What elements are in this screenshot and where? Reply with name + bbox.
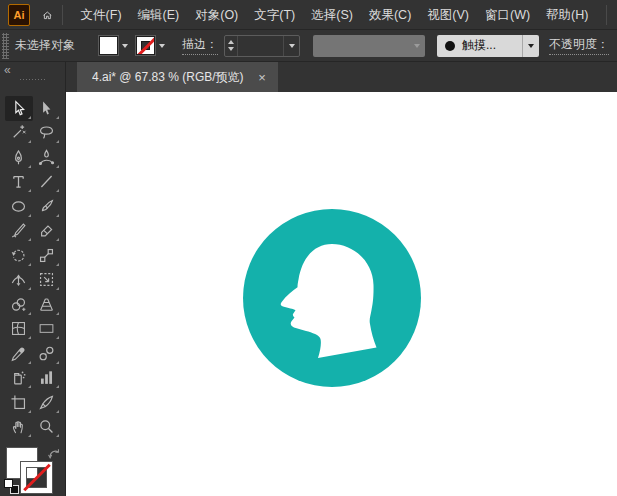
control-bar: 未选择对象 描边： 触摸... 不透明度： [0,30,617,62]
ellipse-icon [10,198,27,215]
menu-item-5[interactable]: 效果(C) [361,0,419,30]
swap-fill-stroke-icon[interactable] [47,447,62,461]
curvature-icon [38,149,55,166]
fill-swatch[interactable] [99,36,118,55]
menu-item-3[interactable]: 文字(T) [246,0,303,30]
stroke-panel-link[interactable]: 描边： [182,36,218,55]
flyout-triangle-icon [28,361,31,364]
stroke-chevron-down-icon[interactable] [155,37,169,55]
scale-tool[interactable] [33,243,61,268]
slice-tool[interactable] [33,390,61,415]
perspective-grid-tool[interactable] [33,292,61,317]
document-tab[interactable]: 4.ai* @ 67.83 % (RGB/预览) × [77,62,278,92]
menu-item-7[interactable]: 窗口(W) [477,0,538,30]
canvas[interactable] [66,92,617,496]
ellipse-tool[interactable] [5,194,33,219]
magic-wand-tool[interactable] [5,121,33,146]
stroke-weight-value[interactable] [238,36,283,56]
lasso-icon [38,124,55,141]
gradient-tool[interactable] [33,317,61,342]
flyout-triangle-icon [28,165,31,168]
flyout-triangle-icon [28,336,31,339]
direct-selection-tool[interactable] [33,96,61,121]
flyout-triangle-icon [28,287,31,290]
eyedropper-icon [10,345,27,362]
zoom-tool[interactable] [33,415,61,440]
blend-tool[interactable] [33,341,61,366]
mesh-tool[interactable] [5,317,33,342]
artboard-icon [10,394,27,411]
free-transform-tool[interactable] [33,268,61,293]
mesh-icon [10,320,27,337]
default-fill-stroke-icon[interactable] [4,479,19,494]
menu-item-0[interactable]: 文件(F) [73,0,130,30]
menubar-separator [62,5,63,25]
artboard-tool[interactable] [5,390,33,415]
menu-item-8[interactable]: 帮助(H) [538,0,596,30]
curvature-tool[interactable] [33,145,61,170]
lasso-tool[interactable] [33,121,61,146]
rotate-icon [10,247,27,264]
paintbrush-icon [38,198,55,215]
shape-builder-tool[interactable] [5,292,33,317]
brush-definition-dropdown[interactable]: 触摸... [437,35,539,57]
tools-grid [0,96,65,439]
menubar-separator-right [606,5,607,25]
selection-tool[interactable] [5,96,33,121]
rotate-tool[interactable] [5,243,33,268]
perspective-grid-icon [38,296,55,313]
line-segment-tool[interactable] [33,170,61,195]
flyout-triangle-icon [28,385,31,388]
fill-stroke-proxy [0,446,66,496]
stroke-swatch[interactable] [136,36,155,55]
flyout-triangle-icon [56,238,59,241]
stroke-weight-chevron-down-icon[interactable] [283,36,299,56]
panel-drag-handle[interactable] [19,78,47,82]
stroke-weight-stepper[interactable] [225,36,238,56]
hand-tool[interactable] [5,415,33,440]
stroke-color-control[interactable] [136,36,169,55]
eraser-tool[interactable] [33,219,61,244]
free-transform-icon [38,271,55,288]
fill-chevron-down-icon[interactable] [118,37,132,55]
stroke-weight-control[interactable] [224,35,300,57]
flyout-triangle-icon [28,116,31,119]
home-icon[interactable] [42,6,52,24]
artwork-head-profile-icon[interactable] [243,209,421,387]
menu-item-2[interactable]: 对象(O) [187,0,246,30]
menu-item-6[interactable]: 视图(V) [419,0,477,30]
opacity-panel-link[interactable]: 不透明度： [549,36,609,55]
menu-bar: Ai 文件(F)编辑(E)对象(O)文字(T)选择(S)效果(C)视图(V)窗口… [0,0,617,30]
selection-status: 未选择对象 [15,37,75,54]
app-logo-icon: Ai [8,4,30,26]
stroke-proxy-swatch[interactable] [21,462,52,493]
symbol-sprayer-tool[interactable] [5,366,33,391]
flyout-triangle-icon [28,189,31,192]
shape-builder-icon [10,296,27,313]
pen-tool[interactable] [5,145,33,170]
tab-close-icon[interactable]: × [254,69,270,85]
none-slash-icon [23,464,51,492]
eyedropper-tool[interactable] [5,341,33,366]
shaper-icon [10,222,27,239]
step-down-icon[interactable] [228,47,234,51]
eraser-icon [38,222,55,239]
paintbrush-tool[interactable] [33,194,61,219]
flyout-triangle-icon [56,189,59,192]
pen-icon [10,149,27,166]
variable-width-profile-dropdown [313,35,425,57]
brush-chevron-down-icon[interactable] [522,35,539,57]
shaper-tool[interactable] [5,219,33,244]
width-tool[interactable] [5,268,33,293]
menu-item-4[interactable]: 选择(S) [303,0,361,30]
flyout-triangle-icon [56,116,59,119]
type-tool[interactable] [5,170,33,195]
control-bar-grip[interactable] [2,33,9,59]
flyout-triangle-icon [56,214,59,217]
fill-color-control[interactable] [99,36,132,55]
step-up-icon[interactable] [228,40,234,44]
collapse-panel-icon[interactable]: « [4,63,10,77]
menu-item-1[interactable]: 编辑(E) [130,0,188,30]
column-graph-tool[interactable] [33,366,61,391]
blend-icon [38,345,55,362]
